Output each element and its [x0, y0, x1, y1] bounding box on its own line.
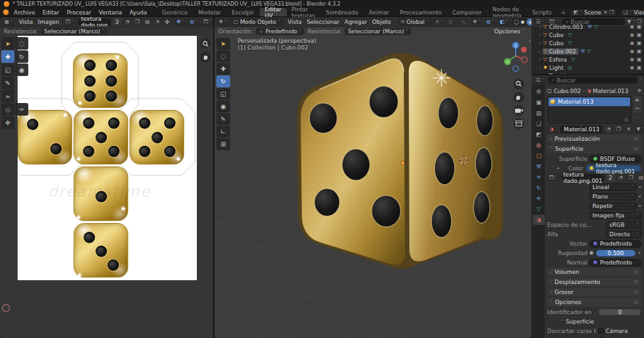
vector-input-field[interactable]: Predefinido [589, 240, 641, 248]
workspace-tab-animar[interactable]: Animar [364, 8, 394, 16]
outliner-item-light[interactable]: › ✹Light ◎ ◉ ▣ [531, 63, 644, 72]
workspace-tab-editar-uv[interactable]: Editar UV [260, 8, 287, 16]
shading-material-button[interactable]: ◕ [526, 18, 531, 26]
sidebar-toggle[interactable]: ‹ [529, 38, 531, 44]
editor-type-button[interactable]: ▦˅ [3, 18, 14, 26]
pin-icon[interactable]: ✜ [164, 19, 171, 25]
breadcrumb-material[interactable]: Material.013 [592, 88, 628, 94]
transform-tool[interactable]: ◉ [216, 101, 230, 112]
unlink-material-icon[interactable]: ✕ [625, 126, 633, 133]
relax-tool[interactable]: ≈ [1, 90, 14, 102]
transform-orientation-dropdown[interactable]: ⟲Global˅ [397, 18, 432, 26]
remove-slot-button[interactable]: − [633, 104, 641, 112]
grab-tool[interactable]: ✑ [15, 103, 28, 116]
annotate-tool[interactable]: ✎ [1, 77, 14, 89]
workspace-tab-sombreado[interactable]: Sombreado [321, 8, 364, 16]
viewlayer-selector[interactable]: ❏˅ ViewLayer ❐ [620, 9, 644, 16]
viewport-canvas[interactable]: Personalizada (perspectiva) (1) Collecti… [214, 36, 531, 338]
expand-icon[interactable]: › [539, 25, 541, 30]
section-options[interactable]: ˅Opciones☰ [547, 298, 641, 307]
editor-type-button[interactable]: ✥˅ [217, 18, 228, 26]
viewport-menu-seleccionar[interactable]: Seleccionar [304, 19, 342, 25]
pin-icon[interactable]: ✜ [637, 88, 641, 94]
disable-render-icon[interactable]: ▣ [636, 40, 641, 46]
rotate-tool[interactable]: ↻ [15, 50, 28, 63]
hide-eye-icon[interactable]: ◉ [630, 48, 634, 54]
material-specials-button[interactable]: ▼˅ [635, 126, 644, 133]
outliner-item-cilindro-003[interactable]: › ▽Cilindro.003 ⚒▽ ◉ ▣ [531, 23, 644, 31]
image-source-dropdown[interactable]: Imagen fija˅ [589, 212, 641, 219]
tweak-select-tool[interactable]: ➤ [1, 37, 14, 50]
browse-image-button[interactable]: 🗔˅ [547, 174, 560, 182]
section-surface[interactable]: ˅Superficie☰ [547, 144, 641, 153]
display-channels-button[interactable]: 🗔˅ [201, 18, 214, 26]
workspace-tab-componer[interactable]: Componer [447, 8, 487, 16]
menu-archivo[interactable]: Archivo [10, 9, 39, 16]
scene-selector[interactable]: ◩˅ Scene ✕ ❐ [570, 9, 617, 16]
xray-toggle[interactable]: ◧˅ [498, 18, 510, 26]
hide-eye-icon[interactable]: ◉ [630, 65, 634, 70]
uv-overlays-toggle[interactable]: ◍˅ [188, 18, 199, 26]
uv-2d-cursor[interactable] [3, 305, 9, 312]
shading-wireframe-button[interactable]: ◯ [514, 19, 519, 25]
workspace-tab-esculpir[interactable]: Esculpir [226, 8, 259, 16]
browse-material-button[interactable]: ◑˅ [547, 126, 558, 133]
workspace-tab-scripts[interactable]: Scripts [527, 8, 557, 16]
options-surface-subsection[interactable]: ˅Superficie [547, 317, 641, 325]
properties-tab-render[interactable]: ▣ [533, 97, 545, 107]
section-preview[interactable]: ›Previsualización☰ [547, 134, 641, 143]
measure-tool[interactable]: ∟ [216, 126, 230, 138]
viewport-menu-agregar[interactable]: Agregar [342, 19, 370, 25]
annotate-tool[interactable]: ✎ [216, 113, 230, 125]
show-overlays-toggle[interactable]: ◍˅ [484, 18, 496, 26]
add-slot-button[interactable]: + [633, 96, 641, 104]
add-workspace-button[interactable]: + [557, 8, 570, 16]
open-image-icon[interactable]: ▤ [143, 18, 152, 26]
disable-render-icon[interactable]: ▣ [636, 24, 641, 30]
expand-icon[interactable]: › [539, 65, 541, 70]
snap-toggle[interactable]: ∩˅ [433, 18, 444, 26]
strength-dropdown[interactable]: Seleccionar (Marco)˅ [345, 28, 411, 35]
cursor-tool[interactable]: ◌ [216, 50, 230, 62]
move-tool[interactable]: ✚ [216, 63, 230, 75]
material-name-field[interactable]: Material.013 [560, 126, 602, 133]
unlink-image-icon[interactable]: ✕ [153, 18, 162, 26]
fake-user-icon[interactable]: ◔ [123, 18, 131, 26]
hide-eye-icon[interactable]: ◉ [630, 24, 634, 30]
disable-render-icon[interactable]: ▣ [636, 48, 641, 54]
hide-eye-icon[interactable]: ◉ [630, 57, 634, 62]
camera-checkbox[interactable] [598, 328, 604, 334]
colorspace-dropdown[interactable]: sRGB˅ [606, 221, 641, 229]
uv-gizmos-toggle[interactable]: ✥˅ [175, 18, 186, 26]
gold-dice-object[interactable] [296, 45, 504, 274]
expand-icon[interactable]: › [539, 33, 541, 38]
scale-tool[interactable]: ◱ [1, 63, 14, 76]
extension-dropdown[interactable]: Repetir˅ [589, 202, 636, 210]
properties-tab-tool[interactable]: ⚙ [533, 87, 545, 97]
menu-ayuda[interactable]: Ayuda [126, 9, 151, 16]
properties-tab-world[interactable]: ◍ [533, 140, 545, 150]
properties-tab-physics[interactable]: ↻ [533, 183, 545, 193]
normal-input-field[interactable]: Predefinido [589, 259, 641, 266]
zoom-icon[interactable] [200, 38, 211, 49]
new-image-icon[interactable]: ❐ [133, 18, 142, 26]
breadcrumb-object[interactable]: Cubo.002 [554, 88, 581, 94]
uv-menu-imagen[interactable]: Imagen [35, 19, 62, 25]
workspace-tab-pintar-texturas[interactable]: Pintar texturas [287, 8, 321, 16]
select-box-tool[interactable]: ➤ [216, 38, 230, 50]
outliner-item-cubo-002[interactable]: › ▽Cubo.002 ⚒▽ ◉ ▣ [531, 47, 644, 55]
fake-user-icon[interactable]: ◔ [604, 126, 613, 133]
pin-tool[interactable]: ✜ [1, 116, 14, 129]
uv-canvas[interactable]: ✦✦✦✦✦✦✦✦ dreamstime ➤◌✚↻◱◉✎≈◇✑✜ [0, 36, 213, 338]
outliner-item-cubo[interactable]: › ▽Cubo ▽ ◉ ▣ [531, 39, 644, 47]
material-slot-active[interactable]: Material.013 [548, 97, 630, 106]
expand-icon[interactable]: › [539, 41, 541, 46]
material-slot-list[interactable]: Material.013 ◦☰ [547, 96, 631, 124]
expand-icon[interactable]: › [539, 49, 541, 54]
expand-icon[interactable]: › [539, 57, 541, 62]
image-name-field[interactable]: textura dado.png [78, 18, 111, 26]
roughness-slider[interactable]: 0.500 [596, 249, 636, 257]
outliner-item-cube[interactable]: › ▽Cube ▽ ◉ ▣ [531, 31, 644, 39]
section-thickness[interactable]: ›Grosor☰ [547, 288, 641, 297]
section-displacement[interactable]: ›Desplazamiento☰ [547, 278, 641, 286]
